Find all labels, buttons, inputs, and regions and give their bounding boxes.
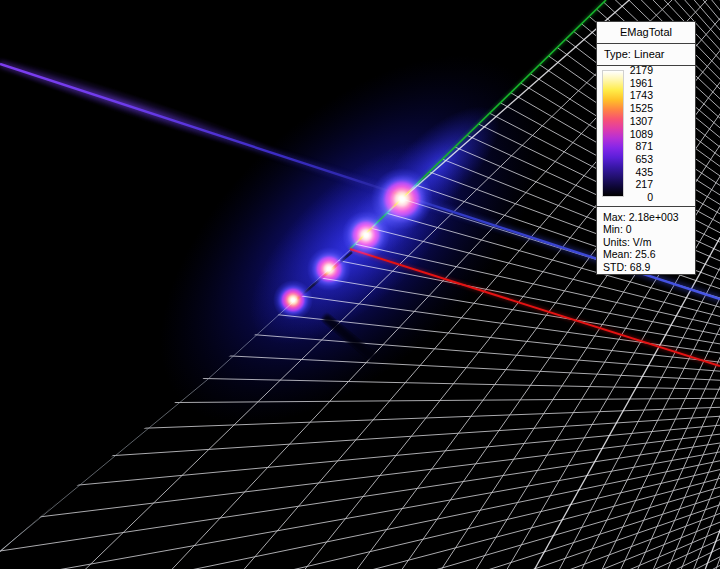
legend-stat-line: Mean: 25.6: [603, 248, 695, 260]
colorbar-tick: 435: [627, 166, 653, 178]
colorbar-tick: 2179: [627, 64, 653, 76]
colorbar-tick: 1525: [627, 102, 653, 114]
legend-panel: EMagTotal Type: Linear 21791961174315251…: [596, 21, 696, 275]
colorbar-tick: 871: [627, 140, 653, 152]
legend-type-label: Type: Linear: [597, 44, 695, 66]
legend-stat-line: Max: 2.18e+003: [603, 211, 695, 223]
legend-stat-line: STD: 68.9: [603, 261, 695, 273]
colorbar-tick: 1743: [627, 89, 653, 101]
colorbar-tick: 1089: [627, 128, 653, 140]
hotspot-core: [364, 233, 368, 237]
simulation-viewport[interactable]: EMagTotal Type: Linear 21791961174315251…: [0, 0, 720, 569]
legend-title: EMagTotal: [597, 22, 695, 44]
legend-stat-line: Units: V/m: [603, 236, 695, 248]
colorbar-ticks: 2179196117431525130710898716534352170: [627, 70, 653, 197]
colorbar-tick: 1307: [627, 115, 653, 127]
colorbar-section: 2179196117431525130710898716534352170: [597, 66, 695, 207]
colorbar-gradient: [602, 70, 624, 197]
legend-stats: Max: 2.18e+003Min: 0Units: V/mMean: 25.6…: [597, 207, 695, 273]
colorbar-tick: 1961: [627, 77, 653, 89]
colorbar-tick: 653: [627, 153, 653, 165]
hotspot-core: [327, 267, 331, 271]
legend-stat-line: Min: 0: [603, 223, 695, 235]
hotspot-core: [400, 197, 404, 201]
colorbar-tick: 0: [627, 191, 653, 203]
colorbar-tick: 217: [627, 178, 653, 190]
hotspot-core: [291, 298, 294, 301]
